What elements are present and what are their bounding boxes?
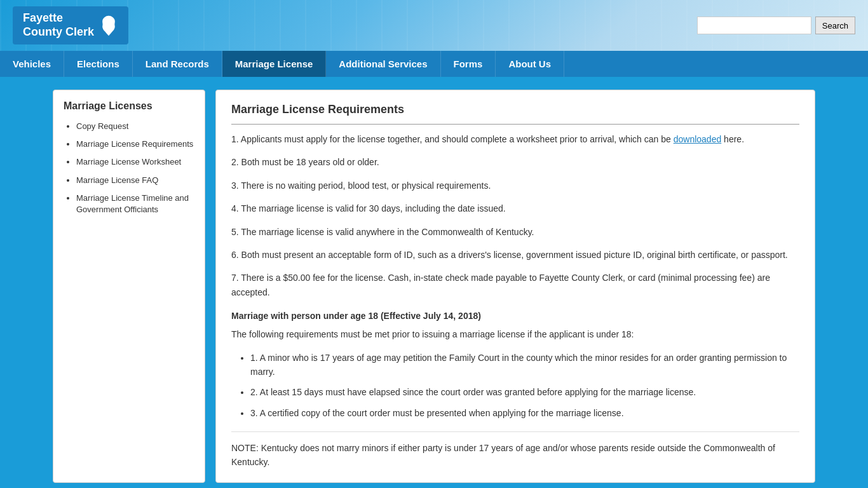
search-input[interactable] [697, 17, 811, 34]
nav-item-additional-services[interactable]: Additional Services [326, 51, 440, 77]
main-content: Marriage Licenses Copy RequestMarriage L… [0, 77, 868, 488]
minor-list-item: 2. At least 15 days must have elapsed si… [250, 385, 799, 399]
nav-item-elections[interactable]: Elections [64, 51, 133, 77]
req1-text-after: here. [721, 134, 744, 144]
requirement-3: 3. There is no waiting period, blood tes… [231, 179, 799, 193]
search-area: Search [697, 17, 855, 34]
sidebar-title: Marriage Licenses [64, 100, 194, 112]
minor-section-heading: Marriage with person under age 18 (Effec… [231, 311, 799, 321]
sidebar-link-marriage-license-timeline-and-government-officiants[interactable]: Marriage License Timeline and Government… [76, 193, 189, 214]
header: Fayette County Clerk Search [0, 0, 868, 51]
downloaded-link[interactable]: downloaded [674, 134, 722, 144]
sidebar-link-marriage-license-requirements[interactable]: Marriage License Requirements [76, 139, 193, 149]
sidebar-link-copy-request[interactable]: Copy Request [76, 121, 128, 131]
logo: Fayette County Clerk [13, 6, 128, 44]
sidebar-link-marriage-license-worksheet[interactable]: Marriage License Worksheet [76, 157, 181, 166]
minor-items-list: 1. A minor who is 17 years of age may pe… [231, 351, 799, 421]
main-nav: VehiclesElectionsLand RecordsMarriage Li… [0, 51, 868, 77]
nav-item-vehicles[interactable]: Vehicles [0, 51, 64, 77]
note-text: NOTE: Kentucky does not marry minors if … [231, 431, 799, 470]
kentucky-state-icon [99, 15, 118, 37]
requirement-2: 2. Both must be 18 years old or older. [231, 155, 799, 169]
nav-item-about-us[interactable]: About Us [496, 51, 564, 77]
nav-item-forms[interactable]: Forms [441, 51, 496, 77]
minor-list-item: 1. A minor who is 17 years of age may pe… [250, 351, 799, 379]
nav-item-land-records[interactable]: Land Records [133, 51, 222, 77]
sidebar-link-marriage-license-faq[interactable]: Marriage License FAQ [76, 175, 158, 185]
panel-title: Marriage License Requirements [231, 103, 799, 125]
search-button[interactable]: Search [815, 17, 855, 34]
requirement-5: 5. The marriage license is valid anywher… [231, 225, 799, 239]
requirement-4: 4. The marriage license is valid for 30 … [231, 201, 799, 215]
logo-text: Fayette County Clerk [23, 11, 94, 39]
requirement-7: 7. There is a $50.00 fee for the license… [231, 271, 799, 299]
nav-item-marriage-license[interactable]: Marriage License [222, 51, 327, 77]
main-panel: Marriage License Requirements 1. Applica… [215, 90, 815, 483]
sidebar: Marriage Licenses Copy RequestMarriage L… [53, 90, 205, 483]
requirement-1: 1. Applicants must apply for the license… [231, 132, 799, 146]
content-wrapper: Marriage Licenses Copy RequestMarriage L… [53, 90, 815, 483]
minor-intro: The following requirements must be met p… [231, 327, 799, 341]
sidebar-list: Copy RequestMarriage License Requirement… [64, 121, 194, 215]
minor-list-item: 3. A certified copy of the court order m… [250, 406, 799, 420]
requirement-6: 6. Both must present an acceptable form … [231, 248, 799, 262]
req1-text-before: 1. Applicants must apply for the license… [231, 134, 674, 144]
